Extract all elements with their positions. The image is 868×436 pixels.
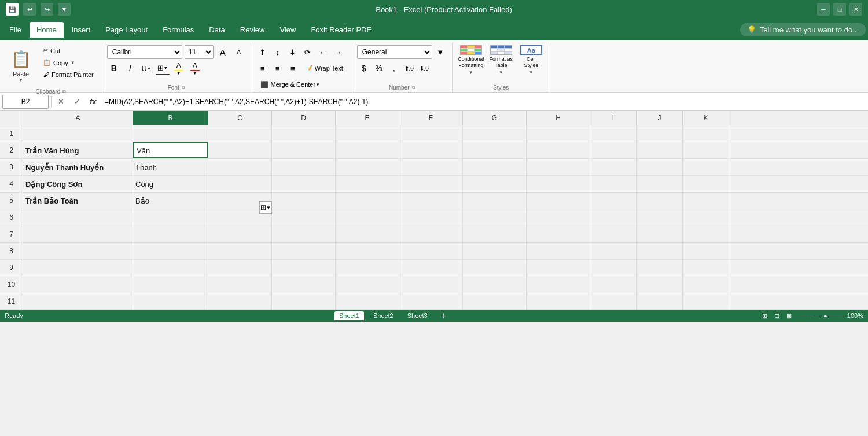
cell[interactable]	[399, 159, 463, 175]
cell-styles-button[interactable]: Aa CellStyles ▼	[517, 45, 545, 75]
cell[interactable]	[336, 293, 399, 309]
cell[interactable]	[272, 226, 336, 242]
row-number[interactable]: 9	[0, 260, 23, 276]
cell[interactable]	[590, 193, 637, 209]
col-header-e[interactable]: E	[336, 111, 399, 125]
cell[interactable]	[399, 125, 463, 142]
border-button[interactable]: ⊞ ▼	[156, 61, 170, 75]
number-format-select[interactable]: General	[357, 45, 432, 59]
comma-button[interactable]: ,	[387, 61, 401, 75]
cell[interactable]	[463, 260, 527, 276]
cell[interactable]	[463, 276, 527, 293]
cell[interactable]	[208, 176, 272, 192]
cell[interactable]	[683, 159, 729, 175]
cell[interactable]	[208, 125, 272, 142]
row-number[interactable]: 2	[0, 142, 23, 158]
cell[interactable]	[527, 260, 590, 276]
cell[interactable]	[336, 226, 399, 242]
increase-decimal-button[interactable]: ⬆.0	[402, 61, 416, 75]
cell[interactable]	[272, 276, 336, 293]
cell[interactable]	[590, 243, 637, 259]
save-icon[interactable]: 💾	[6, 3, 19, 16]
cell[interactable]	[23, 276, 133, 293]
cell[interactable]	[208, 243, 272, 259]
cell[interactable]	[463, 142, 527, 158]
insert-function-button[interactable]: fx	[86, 95, 100, 109]
cell[interactable]	[336, 142, 399, 158]
cell[interactable]	[208, 293, 272, 309]
cell[interactable]	[23, 226, 133, 242]
row-number[interactable]: 7	[0, 226, 23, 242]
cell[interactable]	[637, 159, 683, 175]
cell[interactable]	[399, 226, 463, 242]
align-left-button[interactable]: ≡	[256, 61, 270, 75]
cell[interactable]	[527, 176, 590, 192]
wrap-text-button[interactable]: 📝 Wrap Text	[301, 61, 347, 75]
cell[interactable]	[133, 125, 208, 142]
conditional-formatting-button[interactable]: ConditionalFormatting ▼	[457, 45, 485, 75]
cell[interactable]	[637, 226, 683, 242]
cell[interactable]	[637, 176, 683, 192]
font-size-decrease-button[interactable]: A	[232, 45, 246, 59]
align-top-button[interactable]: ⬆	[256, 45, 270, 59]
cell[interactable]	[399, 260, 463, 276]
format-painter-button[interactable]: 🖌 Format Painter	[39, 69, 97, 80]
cell[interactable]	[463, 176, 527, 192]
menu-review[interactable]: Review	[233, 22, 272, 38]
cell[interactable]	[683, 226, 729, 242]
cell[interactable]	[590, 260, 637, 276]
align-middle-button[interactable]: ↕	[271, 45, 285, 59]
expand-number-button[interactable]: ▼	[433, 45, 447, 59]
view-page-break[interactable]: ⊠	[786, 312, 792, 320]
cell[interactable]	[590, 142, 637, 158]
cell[interactable]	[590, 226, 637, 242]
cell[interactable]: Trần Bảo Toàn	[23, 193, 133, 209]
cell[interactable]	[272, 159, 336, 175]
col-header-b[interactable]: B	[133, 111, 208, 125]
view-normal[interactable]: ⊞	[762, 312, 767, 320]
cell[interactable]	[683, 243, 729, 259]
cell[interactable]	[272, 209, 336, 226]
menu-foxit[interactable]: Foxit Reader PDF	[304, 22, 378, 38]
row-number[interactable]: 11	[0, 293, 23, 309]
menu-formulas[interactable]: Formulas	[156, 22, 201, 38]
clipboard-expand-icon[interactable]: ⧉	[62, 89, 66, 95]
cell[interactable]	[399, 276, 463, 293]
cell[interactable]	[272, 176, 336, 192]
format-as-table-button[interactable]: Format asTable ▼	[487, 45, 515, 75]
cell[interactable]	[399, 176, 463, 192]
cell[interactable]	[590, 209, 637, 226]
cell[interactable]	[683, 209, 729, 226]
cell[interactable]	[399, 209, 463, 226]
cell[interactable]	[399, 142, 463, 158]
redo-icon[interactable]: ↪	[41, 3, 53, 16]
cell[interactable]	[683, 125, 729, 142]
maximize-icon[interactable]: □	[833, 3, 846, 16]
percent-button[interactable]: %	[372, 61, 386, 75]
cell[interactable]	[463, 209, 527, 226]
fill-color-button[interactable]: A ▼	[172, 61, 186, 75]
currency-button[interactable]: $	[357, 61, 371, 75]
paste-button[interactable]: 📋 Paste ▼	[5, 45, 37, 85]
cell[interactable]	[637, 243, 683, 259]
cell[interactable]	[683, 142, 729, 158]
paste-options-icon[interactable]: ⊞▼	[259, 201, 272, 214]
bold-button[interactable]: B	[107, 61, 121, 75]
align-bottom-button[interactable]: ⬇	[286, 45, 300, 59]
col-header-a[interactable]: A	[23, 111, 133, 125]
cell[interactable]: Thanh	[133, 159, 208, 175]
cell[interactable]	[527, 243, 590, 259]
cell[interactable]	[463, 293, 527, 309]
cell[interactable]	[683, 260, 729, 276]
cell[interactable]	[133, 226, 208, 242]
cut-button[interactable]: ✂ Cut	[39, 45, 97, 56]
cell[interactable]	[527, 193, 590, 209]
cell[interactable]	[23, 243, 133, 259]
align-center-button[interactable]: ≡	[271, 61, 285, 75]
cell[interactable]	[133, 243, 208, 259]
indent-increase-button[interactable]: →	[331, 45, 345, 59]
cell[interactable]	[590, 176, 637, 192]
decrease-decimal-button[interactable]: ⬇.0	[417, 61, 431, 75]
cell[interactable]	[683, 176, 729, 192]
copy-button[interactable]: 📋 Copy ▼	[39, 57, 97, 68]
